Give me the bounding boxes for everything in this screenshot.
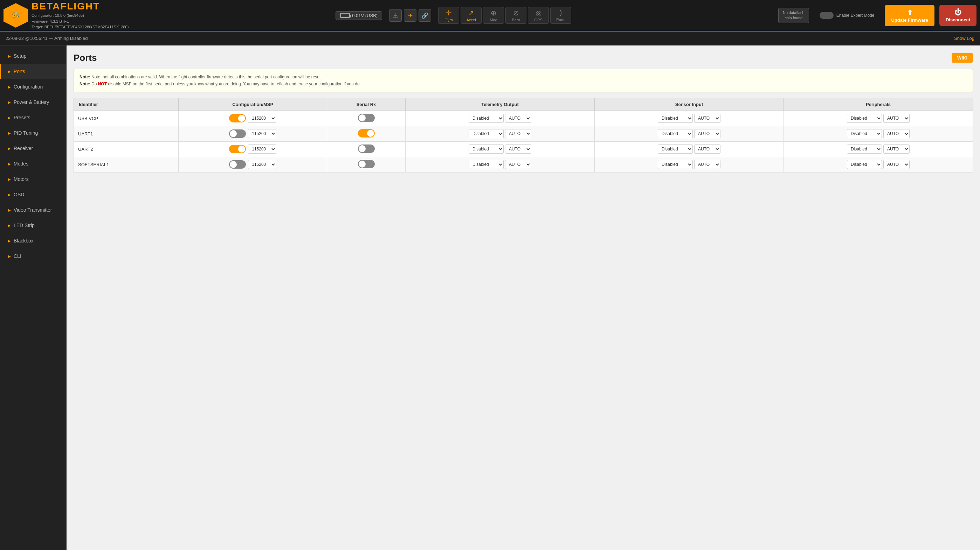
plane-icon-btn[interactable]: ✈ — [404, 9, 417, 22]
disconnect-icon: ⏻ — [955, 8, 961, 16]
msp-baud-select-uart1[interactable]: 9600192003840057600115200230400250000400… — [248, 129, 276, 138]
disconnect-button[interactable]: ⏻ Disconnect — [939, 5, 977, 26]
chevron-icon: ▶ — [8, 85, 11, 89]
update-firmware-button[interactable]: ⬆ Update Firmware — [885, 5, 934, 26]
header-icons: ⚠ ✈ 🔗 — [389, 9, 431, 22]
header-center: 0.01V (USB) ⚠ ✈ 🔗 ✛ Gyro ↗ Accel ⊕ Mag ⊘… — [129, 7, 778, 24]
sensor-group: ✛ Gyro ↗ Accel ⊕ Mag ⊘ Baro ◎ GPS ) Port… — [438, 7, 571, 24]
sensor-select-softserial1[interactable]: DisabledGPSNMEAMSPLTMMAVLINKSmartPortFrS… — [658, 160, 693, 169]
show-log-link[interactable]: Show Log — [954, 36, 974, 41]
chevron-icon: ▶ — [8, 193, 11, 197]
expert-mode-toggle[interactable] — [819, 12, 834, 19]
msp-baud-select-usbvcp[interactable]: 9600192003840057600115200230400250000400… — [248, 114, 276, 123]
telemetry-select-softserial1[interactable]: DisabledGPSNMEAMSPLTMMAVLINKSmartPortFrS… — [469, 160, 504, 169]
sidebar-item-configuration[interactable]: ▶ Configuration — [0, 79, 66, 95]
update-firmware-icon: ⬆ — [907, 8, 913, 17]
sidebar-item-pid-tuning[interactable]: ▶ PID Tuning — [0, 125, 66, 141]
serial-rx-toggle-softserial1[interactable] — [358, 160, 375, 168]
logo-area: 🐝 BETAFLIGHT Configurator: 10.8.0 (5ec94… — [3, 1, 129, 30]
telemetry-auto-select-uart2[interactable]: AUTO9600192003840057600115200 — [505, 144, 531, 154]
sidebar-item-video-transmitter[interactable]: ▶ Video Transmitter — [0, 202, 66, 218]
app-name: BETAFLIGHT — [32, 1, 129, 12]
msp-toggle-softserial1[interactable] — [229, 160, 246, 169]
telemetry-auto-select-uart1[interactable]: AUTO9600192003840057600115200 — [505, 129, 531, 138]
sidebar-item-modes[interactable]: ▶ Modes — [0, 156, 66, 171]
telemetry-select-usbvcp[interactable]: DisabledGPSNMEAMSPLTMMAVLINKSmartPortFrS… — [469, 114, 504, 123]
peripherals-select-softserial1[interactable]: DisabledGPSNMEAMSPLTMMAVLINKSmartPortFrS… — [847, 160, 882, 169]
msp-toggle-uart2[interactable] — [229, 145, 246, 153]
cell-telemetry: DisabledGPSNMEAMSPLTMMAVLINKSmartPortFrS… — [406, 141, 595, 157]
peripherals-auto-select-usbvcp[interactable]: AUTO9600192003840057600115200 — [883, 114, 910, 123]
sensor-auto-select-softserial1[interactable]: AUTO9600192003840057600115200 — [694, 160, 721, 169]
sidebar-item-setup[interactable]: ▶ Setup — [0, 48, 66, 64]
sensor-auto-select-usbvcp[interactable]: AUTO9600192003840057600115200 — [694, 114, 721, 123]
peripherals-select-uart1[interactable]: DisabledGPSNMEAMSPLTMMAVLINKSmartPortFrS… — [847, 129, 882, 138]
cell-config-msp: 9600192003840057600115200230400250000400… — [179, 157, 327, 172]
col-identifier: Identifier — [74, 98, 179, 111]
telemetry-auto-select-softserial1[interactable]: AUTO9600192003840057600115200 — [505, 160, 531, 169]
sidebar-item-receiver[interactable]: ▶ Receiver — [0, 141, 66, 156]
cell-config-msp: 9600192003840057600115200230400250000400… — [179, 111, 327, 126]
col-peripherals: Peripherals — [784, 98, 973, 111]
cell-serial-rx — [327, 157, 405, 172]
sensor-accel: ↗ Accel — [461, 7, 482, 24]
chevron-icon: ▶ — [8, 208, 11, 212]
cell-serial-rx — [327, 141, 405, 157]
serial-rx-toggle-usbvcp[interactable] — [358, 114, 375, 122]
wiki-button[interactable]: WIKI — [951, 53, 973, 63]
col-sensor-input: Sensor Input — [595, 98, 784, 111]
cell-config-msp: 9600192003840057600115200230400250000400… — [179, 126, 327, 141]
telemetry-select-uart2[interactable]: DisabledGPSNMEAMSPLTMMAVLINKSmartPortFrS… — [469, 144, 504, 154]
col-config-msp: Configuration/MSP — [179, 98, 327, 111]
sidebar-item-cli[interactable]: ▶ CLI — [0, 249, 66, 264]
sidebar: ▶ Setup ▶ Ports ▶ Configuration ▶ Power … — [0, 46, 67, 550]
telemetry-select-uart1[interactable]: DisabledGPSNMEAMSPLTMMAVLINKSmartPortFrS… — [469, 129, 504, 138]
sidebar-item-osd[interactable]: ▶ OSD — [0, 187, 66, 202]
sensor-auto-select-uart2[interactable]: AUTO9600192003840057600115200 — [694, 144, 721, 154]
msp-toggle-usbvcp[interactable] — [229, 114, 246, 122]
cell-sensor-input: DisabledGPSNMEAMSPLTMMAVLINKSmartPortFrS… — [595, 141, 784, 157]
cell-telemetry: DisabledGPSNMEAMSPLTMMAVLINKSmartPortFrS… — [406, 111, 595, 126]
sidebar-item-ports[interactable]: ▶ Ports — [0, 64, 66, 79]
msp-baud-select-uart2[interactable]: 9600192003840057600115200230400250000400… — [248, 144, 276, 154]
peripherals-auto-select-uart1[interactable]: AUTO9600192003840057600115200 — [883, 129, 910, 138]
header: 🐝 BETAFLIGHT Configurator: 10.8.0 (5ec94… — [0, 0, 980, 32]
cell-sensor-input: DisabledGPSNMEAMSPLTMMAVLINKSmartPortFrS… — [595, 111, 784, 126]
telemetry-auto-select-usbvcp[interactable]: AUTO9600192003840057600115200 — [505, 114, 531, 123]
sensor-auto-select-uart1[interactable]: AUTO9600192003840057600115200 — [694, 129, 721, 138]
sidebar-item-blackbox[interactable]: ▶ Blackbox — [0, 233, 66, 249]
table-row: SOFTSERIAL196001920038400576001152002304… — [74, 157, 973, 172]
sensor-select-uart2[interactable]: DisabledGPSNMEAMSPLTMMAVLINKSmartPortFrS… — [658, 144, 693, 154]
msp-baud-select-softserial1[interactable]: 9600192003840057600115200230400250000400… — [248, 160, 276, 169]
peripherals-select-usbvcp[interactable]: DisabledGPSNMEAMSPLTMMAVLINKSmartPortFrS… — [847, 114, 882, 123]
chevron-icon: ▶ — [8, 147, 11, 151]
sensor-select-usbvcp[interactable]: DisabledGPSNMEAMSPLTMMAVLINKSmartPortFrS… — [658, 114, 693, 123]
peripherals-auto-select-uart2[interactable]: AUTO9600192003840057600115200 — [883, 144, 910, 154]
content-area: Ports WIKI Note: Note: not all combinati… — [67, 46, 980, 550]
serial-rx-toggle-uart2[interactable] — [358, 144, 375, 153]
peripherals-select-uart2[interactable]: DisabledGPSNMEAMSPLTMMAVLINKSmartPortFrS… — [847, 144, 882, 154]
sidebar-item-led-strip[interactable]: ▶ LED Strip — [0, 218, 66, 233]
col-telemetry: Telemetry Output — [406, 98, 595, 111]
sidebar-item-presets[interactable]: ▶ Presets — [0, 110, 66, 125]
cell-sensor-input: DisabledGPSNMEAMSPLTMMAVLINKSmartPortFrS… — [595, 126, 784, 141]
msp-toggle-uart1[interactable] — [229, 130, 246, 138]
chevron-icon: ▶ — [8, 54, 11, 58]
page-title-area: Ports WIKI — [73, 52, 973, 63]
expert-mode-toggle-area: Enable Expert Mode — [819, 12, 875, 19]
sensor-baro: ⊘ Baro — [506, 7, 527, 24]
chevron-icon: ▶ — [8, 254, 11, 258]
serial-rx-toggle-uart1[interactable] — [358, 129, 375, 138]
sidebar-item-power-battery[interactable]: ▶ Power & Battery — [0, 95, 66, 110]
warning-icon-btn[interactable]: ⚠ — [389, 9, 402, 22]
link-icon-btn[interactable]: 🔗 — [418, 9, 431, 22]
cell-telemetry: DisabledGPSNMEAMSPLTMMAVLINKSmartPortFrS… — [406, 157, 595, 172]
cell-serial-rx — [327, 126, 405, 141]
cell-peripherals: DisabledGPSNMEAMSPLTMMAVLINKSmartPortFrS… — [784, 157, 973, 172]
sensor-select-uart1[interactable]: DisabledGPSNMEAMSPLTMMAVLINKSmartPortFrS… — [658, 129, 693, 138]
peripherals-auto-select-softserial1[interactable]: AUTO9600192003840057600115200 — [883, 160, 910, 169]
cell-identifier: SOFTSERIAL1 — [74, 157, 179, 172]
sensor-gps: ◎ GPS — [528, 7, 549, 24]
cell-sensor-input: DisabledGPSNMEAMSPLTMMAVLINKSmartPortFrS… — [595, 157, 784, 172]
sidebar-item-motors[interactable]: ▶ Motors — [0, 171, 66, 187]
